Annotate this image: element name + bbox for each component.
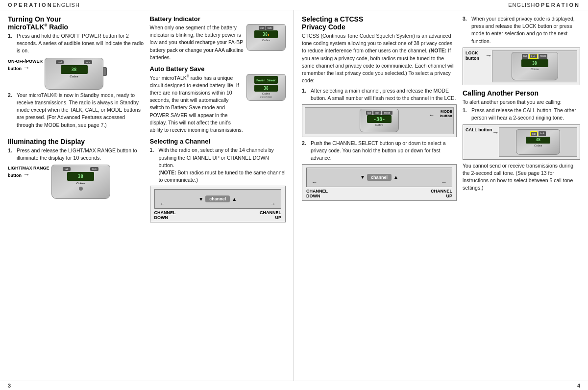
cobra-logo-1: Cobra — [70, 75, 78, 78]
channel-diagram-inner: ▼ channel ▲ ← → — [154, 189, 282, 209]
turning-on-step2: 2. Your microTALK® is now in Standby mod… — [8, 92, 144, 129]
ctcss-channel-up: CHANNELUP — [431, 189, 452, 198]
radio-device-2: talk lock 38 Cobra — [51, 165, 110, 199]
left-col1: Turning On YourmicroTALK® Radio 1. Press… — [8, 15, 144, 377]
illuminating-step1: 1. Press and release the LIGHT/MAX RANGE… — [8, 147, 144, 162]
right-col2: 3. When your desired privacy code is dis… — [463, 15, 580, 377]
call-device-img: call lock 38 Cobra — [499, 127, 577, 157]
channel-up-label: CHANNELUP — [260, 210, 281, 220]
channel-down-label: CHANNELDOWN — [154, 210, 176, 220]
turning-on-title: Turning On YourmicroTALK® Radio — [8, 15, 144, 31]
on-off-label: ON-OFF/POWERbutton → — [8, 58, 43, 72]
on-off-diagram: ON-OFF/POWERbutton → call lock 38 Cobra — [8, 58, 144, 90]
ctcss-intro: CTCSS (Continous Tone Coded Squelch Syst… — [302, 32, 457, 85]
calling-title: Calling Another Person — [463, 89, 580, 97]
calling-intro: To alert another person that you are cal… — [463, 98, 580, 106]
page-footer: 3 4 — [0, 381, 588, 390]
page-right: Selecting a CTCSSPrivacy Code CTCSS (Con… — [294, 10, 588, 381]
mode-label: MODEbutton — [440, 110, 452, 119]
channel-step-num: 1. — [150, 146, 157, 184]
channel-step1: 1. With the radio on, select any of the … — [150, 146, 286, 184]
page-number-left: 3 — [8, 383, 11, 389]
right-col1: Selecting a CTCSSPrivacy Code CTCSS (Con… — [302, 15, 457, 377]
channel-diagram-labels: CHANNELDOWN CHANNELUP — [154, 210, 282, 220]
auto-battery-title: Auto Battery Save — [150, 65, 286, 73]
ctcss-step2-content: Push the CHANNEL SELECT button up or dow… — [311, 140, 457, 162]
lock-button-1: lock — [84, 60, 92, 64]
header-english-right: ENGLISH — [508, 2, 535, 8]
ctcss-step2-num: 2. — [302, 140, 309, 162]
auto-battery-section: Your microTALK® radio has a unique circu… — [150, 74, 286, 135]
ctcss-step2: 2. Push the CHANNEL SELECT button up or … — [302, 140, 457, 162]
ctcss-step3-num: 3. — [463, 15, 469, 45]
ctcss-channel-labels: CHANNELDOWN CHANNELUP — [306, 189, 452, 198]
lock-diagram: LOCKbutton → call lock mode 38 Cobra — [463, 48, 580, 85]
turning-on-step1: 1. Press and hold the ON/OFF POWER butto… — [8, 32, 144, 55]
ctcss-title: Selecting a CTCSSPrivacy Code — [302, 15, 457, 31]
page-number-right: 4 — [577, 383, 580, 389]
calling-step1: 1. Press and release the CALL button. Th… — [463, 107, 580, 122]
battery-section: When only one segment of the battery ind… — [150, 24, 286, 62]
header-english-left: ENGLISH — [53, 2, 80, 8]
lock-device-img: call lock mode 38 Cobra — [492, 50, 577, 82]
ctcss-step1-content: After selecting a main channel, press an… — [311, 87, 457, 102]
page-header: OPERATION ENGLISH ENGLISH OPERATION — [0, 0, 588, 10]
call-diagram: CALL button → call lock 38 Cobra — [463, 124, 580, 160]
step-num-1: 1. — [8, 32, 15, 55]
page-left: Turning On YourmicroTALK® Radio 1. Press… — [0, 10, 294, 381]
step2-content: Your microTALK® is now in Standby mode, … — [17, 92, 144, 129]
battery-diagram: call lock 38 ▮ Cobra — [246, 24, 286, 51]
main-content: Turning On YourmicroTALK® Radio 1. Press… — [0, 10, 588, 381]
light-range-diagram: LIGHT/MAX RANGEbutton → talk lock 38 Cob… — [8, 165, 144, 199]
auto-battery-text: Your microTALK® radio has a unique circu… — [150, 74, 244, 134]
call-btn-highlight: call — [530, 131, 538, 136]
header-operation-left: OPERATION — [8, 2, 53, 8]
power-saver-diagram: Power Saver 38 Cobra microTALK — [246, 74, 286, 101]
lock-label: LOCKbutton — [466, 50, 485, 61]
screen-1: 38 — [61, 65, 88, 74]
ctcss-step3: 3. When your desired privacy code is dis… — [463, 15, 580, 45]
ctcss-channel-diagram: ▼ channel ▲ ← → CHANNELDOWN CHANNELUP — [302, 164, 457, 201]
calling-step-num: 1. — [463, 107, 469, 122]
mode-device-img: call lock mode -38- Cobra MODEbutton ← — [305, 107, 454, 134]
light-button — [79, 187, 83, 191]
ctcss-step3-content: When your desired privacy code is displa… — [471, 15, 580, 45]
illum-step-content: Press and release the LIGHT/MAX RANGE bu… — [17, 147, 144, 162]
ctcss-step1-num: 1. — [302, 87, 309, 102]
call-button-label: CALL button — [466, 127, 492, 133]
lock-btn-highlight: lock — [529, 54, 538, 59]
mode-button: mode — [382, 111, 393, 115]
step-num-2: 2. — [8, 92, 15, 129]
selecting-channel-title: Selecting a Channel — [150, 138, 286, 145]
header-operation-right: OPERATION — [535, 2, 580, 8]
calling-step-content: Press and release the CALL button. The o… — [471, 107, 580, 122]
battery-indicator-title: Battery Indicator — [150, 15, 286, 23]
calling-outro: You cannot send or receive transmissions… — [463, 162, 580, 192]
radio-device-1: call lock 38 Cobra — [45, 58, 103, 90]
channel-step-content: With the radio on, select any of the 14 … — [159, 146, 286, 184]
mode-diagram: call lock mode -38- Cobra MODEbutton ← — [302, 104, 457, 137]
call-button-1: call — [56, 60, 64, 64]
ctcss-step1: 1. After selecting a main channel, press… — [302, 87, 457, 102]
step1-content: Press and hold the ON/OFF POWER button f… — [17, 32, 144, 55]
ctcss-channel-down: CHANNELDOWN — [306, 189, 328, 198]
battery-text: When only one segment of the battery ind… — [150, 24, 244, 61]
side-power-button — [103, 67, 107, 76]
left-col2: Battery Indicator When only one segment … — [150, 15, 286, 377]
channel-diagram: ▼ channel ▲ ← → CHANNELDOWN C — [150, 186, 286, 222]
illuminating-title: Illuminating the Display — [8, 138, 144, 146]
illum-step-num: 1. — [8, 147, 15, 162]
